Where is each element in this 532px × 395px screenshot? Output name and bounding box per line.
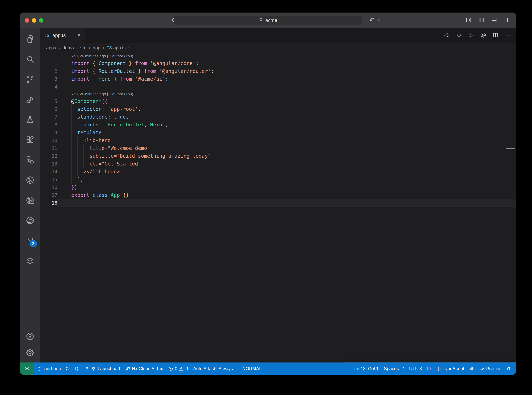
code-line[interactable]: 7 standalone: true, (40, 113, 516, 121)
line-number: 8 (40, 121, 57, 129)
toggle-sidebar-left-icon[interactable] (478, 17, 484, 24)
activity-edge-tools-icon[interactable] (25, 216, 35, 225)
status-vim-mode[interactable]: -- NORMAL -- (235, 362, 268, 375)
line-content: import { Hero } from '@acme/ui'; (57, 75, 516, 83)
line-content: `, (57, 176, 516, 183)
line-content: @Component({ (57, 97, 516, 105)
code-line[interactable]: 18 (40, 199, 516, 207)
activity-explorer-icon[interactable] (25, 34, 35, 44)
copilot-menu[interactable] (369, 17, 381, 24)
status-indentation[interactable]: Spaces: 2 (381, 362, 407, 375)
bell-dot-icon (506, 366, 511, 371)
code-line[interactable]: 2import { RouterOutlet } from '@angular/… (40, 67, 516, 75)
zoom-window-button[interactable] (39, 18, 43, 23)
activity-search-icon[interactable] (25, 55, 35, 64)
line-number: 6 (40, 105, 57, 113)
activity-project-view-icon[interactable] (25, 155, 35, 165)
status-cursor-position[interactable]: Ln 18, Col 1 (352, 362, 381, 375)
activity-gitlens-search-icon[interactable] (25, 196, 35, 205)
code-line[interactable]: 17export class App {} (40, 191, 516, 199)
tab-app-ts[interactable]: TS app.ts (40, 28, 85, 43)
code-line[interactable]: 9 template: ` (40, 129, 516, 137)
status-copilot-status[interactable] (467, 362, 477, 375)
activity-settings-icon[interactable] (25, 348, 35, 357)
overview-ruler-mark (506, 148, 515, 149)
breadcrumb-item[interactable]: src (80, 45, 86, 51)
code-line[interactable]: 16}) (40, 183, 516, 191)
status-encoding[interactable]: UTF-8 (407, 362, 425, 375)
close-window-button[interactable] (25, 18, 29, 23)
split-editor-icon[interactable] (492, 32, 499, 39)
activity-extensions-icon[interactable] (25, 135, 35, 144)
indent-guide-line (83, 152, 84, 160)
line-number: 10 (40, 137, 57, 144)
scrollbar-track[interactable] (506, 53, 506, 362)
breadcrumb-label: demo (63, 45, 74, 51)
line-content: standalone: true, (57, 113, 516, 121)
toggle-sidebar-right-icon[interactable] (504, 17, 510, 24)
code-line[interactable]: 10 <lib-hero (40, 137, 516, 144)
status-git-branch[interactable]: add-hero (35, 362, 72, 375)
code-line[interactable]: 1import { Component } from '@angular/cor… (40, 60, 516, 67)
activity-gitlens-icon[interactable] (25, 176, 35, 185)
code-line[interactable]: 12 subtitle="Build something amazing tod… (40, 152, 516, 160)
code-line[interactable]: 15 `, (40, 176, 516, 183)
nav-forward-icon[interactable] (468, 32, 474, 39)
typescript-file-icon: TS (44, 33, 50, 38)
more-actions-icon[interactable] (505, 32, 511, 39)
activity-source-control-icon[interactable] (25, 75, 35, 84)
customize-layout-icon[interactable] (465, 17, 472, 24)
nav-origin-icon[interactable] (456, 32, 462, 39)
editor[interactable]: You, 26 minutes ago | 1 author (You)1imp… (40, 53, 516, 362)
activity-containers-icon[interactable] (25, 256, 35, 265)
code-line[interactable]: 6 selector: 'app-root', (40, 105, 516, 113)
status-launchpad[interactable]: Launchpad (82, 362, 123, 375)
nav-back-icon[interactable] (444, 32, 450, 39)
activity-nx-console-icon[interactable]: 2 (25, 236, 35, 245)
breadcrumb-item[interactable]: TSapp.ts (107, 45, 126, 51)
breadcrumb-item[interactable]: demo (63, 45, 74, 51)
indent-guide-line (71, 168, 72, 176)
toggle-panel-icon[interactable] (491, 17, 497, 24)
search-value: acme (265, 17, 277, 23)
commit-graph-icon[interactable] (480, 32, 486, 39)
minimize-window-button[interactable] (32, 18, 36, 23)
status-git-compare[interactable] (72, 362, 82, 375)
close-tab-icon[interactable] (77, 33, 81, 38)
activity-testing-icon[interactable] (25, 115, 35, 124)
status-eol[interactable]: LF (425, 362, 435, 375)
indent-guide-line (71, 176, 72, 183)
code-line[interactable]: 13 cta="Get Started" (40, 160, 516, 168)
status-nx-cloud-ai-fix[interactable]: Nx Cloud AI Fix (123, 362, 166, 375)
breadcrumb-item[interactable]: … (132, 45, 137, 51)
code-lens[interactable]: You, 26 minutes ago | 1 author (You) (71, 53, 516, 60)
code-line[interactable]: 4 (40, 83, 516, 91)
line-number: 13 (40, 160, 57, 168)
code-line[interactable]: 5@Component({ (40, 97, 516, 105)
code-line[interactable]: 14 ></lib-hero> (40, 168, 516, 176)
code-line[interactable]: 11 title="Welcmoe demo" (40, 144, 516, 152)
status-remote-indicator[interactable] (20, 362, 34, 375)
code-line[interactable]: 8 imports: [RouterOutlet, Hero], (40, 121, 516, 129)
breadcrumb-item[interactable]: app (93, 45, 100, 51)
line-content: subtitle="Build something amazing today" (57, 152, 516, 160)
breadcrumb-item[interactable]: apps (46, 45, 56, 51)
command-center-search[interactable]: acme (174, 15, 362, 25)
code-line[interactable]: 3import { Hero } from '@acme/ui'; (40, 75, 516, 83)
status-formatter[interactable]: Prettier (477, 362, 503, 375)
compare-icon (74, 366, 79, 371)
line-content: export class App {} (57, 191, 516, 199)
line-content: template: ` (57, 129, 516, 137)
status-language-mode[interactable]: {}TypeScript (435, 362, 467, 375)
code-lens[interactable]: You, 26 minutes ago | 1 author (You) (71, 91, 516, 97)
line-number: 17 (40, 191, 57, 199)
indent-guide-line (77, 137, 78, 144)
status-problems[interactable]: 00 (166, 362, 191, 375)
status-auto-attach[interactable]: Auto Attach: Always (191, 362, 235, 375)
line-number: 9 (40, 129, 57, 137)
line-content (57, 199, 516, 207)
activity-accounts-icon[interactable] (25, 332, 35, 341)
status-notifications-bell[interactable] (503, 362, 514, 375)
line-number: 11 (40, 144, 57, 152)
activity-run-debug-icon[interactable] (25, 95, 35, 104)
